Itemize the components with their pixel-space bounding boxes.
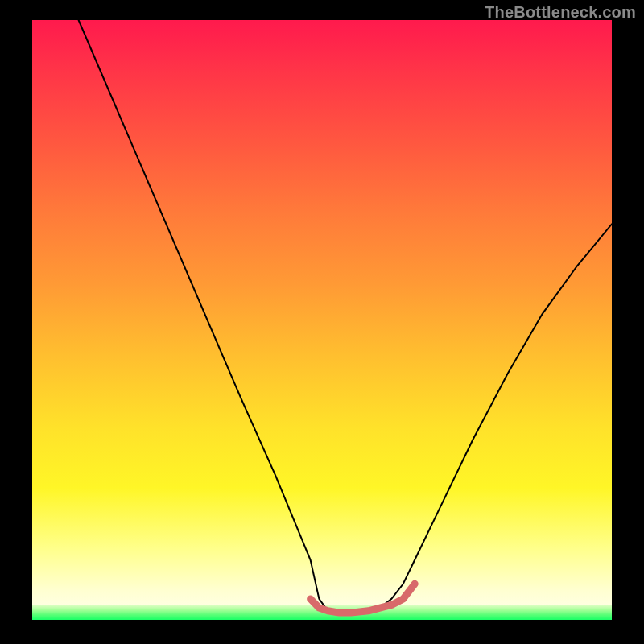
watermark-text: TheBottleneck.com: [485, 3, 636, 22]
plot-area: [32, 20, 612, 620]
main-curve: [79, 20, 612, 613]
chart-frame: TheBottleneck.com: [0, 0, 644, 644]
curve-layer: [32, 20, 612, 620]
